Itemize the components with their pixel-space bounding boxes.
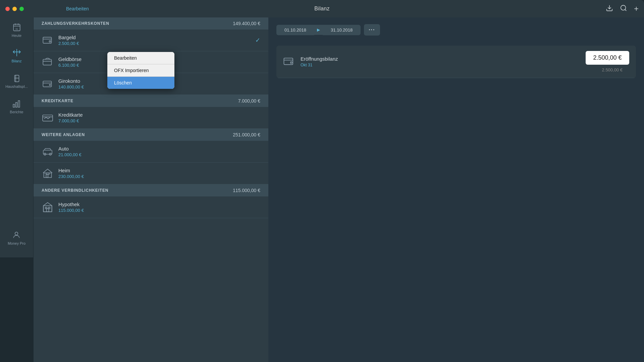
svg-rect-13 bbox=[13, 104, 14, 107]
date-start-button[interactable]: 01.10.2018 bbox=[276, 25, 314, 35]
section-title-zahlungsverkehr: ZAHLUNGSVERKEHRSKONTEN bbox=[42, 21, 109, 26]
sidebar-item-profile[interactable]: Money Pro bbox=[8, 225, 25, 251]
account-balance-bargeld: 2.500,00 € bbox=[58, 41, 255, 46]
account-row-kreditkarte[interactable]: Kreditkarte 7.000,00 € bbox=[34, 107, 268, 129]
svg-text:31: 31 bbox=[15, 27, 18, 31]
sidebar-label-berichte: Berichte bbox=[10, 110, 23, 114]
section-amount-anlagen: 251.000,00 € bbox=[233, 132, 260, 137]
date-range: 01.10.2018 ▶ 31.10.2018 ··· bbox=[276, 24, 458, 36]
minimize-button[interactable] bbox=[12, 7, 17, 11]
transaction-date: Okt 31 bbox=[301, 63, 458, 67]
maximize-button[interactable] bbox=[19, 7, 24, 11]
account-name-hypothek: Hypothek bbox=[58, 201, 260, 207]
wallet2-icon bbox=[42, 56, 54, 68]
svg-point-18 bbox=[49, 41, 51, 42]
date-end-button[interactable]: 31.10.2018 bbox=[323, 25, 361, 35]
sidebar-item-bilanz[interactable]: Bilanz bbox=[0, 43, 33, 68]
building-icon bbox=[42, 201, 54, 213]
car-icon bbox=[42, 145, 54, 158]
sidebar-label-haushalt: Haushaltspl... bbox=[5, 84, 28, 88]
section-title-verbindlichkeiten: ANDERE VERBINDLICHKEITEN bbox=[42, 188, 108, 193]
sidebar-label-app: Money Pro bbox=[8, 241, 25, 245]
page-title: Bilanz bbox=[314, 6, 329, 12]
section-header-kreditkarte: KREDITKARTE 7.000,00 € bbox=[34, 95, 268, 107]
svg-rect-10 bbox=[14, 75, 19, 82]
section-title-kreditkarte: KREDITKARTE bbox=[42, 99, 73, 103]
context-menu-item-bearbeiten[interactable]: Bearbeiten bbox=[107, 52, 174, 64]
sidebar-label-bilanz: Bilanz bbox=[12, 59, 22, 63]
svg-point-16 bbox=[15, 232, 18, 235]
section-title-anlagen: WEITERE ANLAGEN bbox=[42, 132, 85, 137]
section-amount-verbindlichkeiten: 115.000,00 € bbox=[233, 188, 260, 193]
transaction-name: Eröffnungsbilanz bbox=[301, 56, 458, 62]
account-name-heim: Heim bbox=[58, 168, 260, 173]
sidebar-bottom: Money Pro bbox=[8, 225, 25, 257]
context-menu-item-loschen[interactable]: Löschen bbox=[107, 77, 174, 89]
edit-button[interactable]: Bearbeiten bbox=[66, 6, 89, 11]
account-row-heim[interactable]: Heim 230.000,00 € bbox=[34, 163, 268, 184]
svg-rect-28 bbox=[46, 174, 48, 177]
date-more-button[interactable]: ··· bbox=[364, 24, 380, 36]
section-header-zahlungsverkehr: ZAHLUNGSVERKEHRSKONTEN 149.400,00 € bbox=[34, 17, 268, 29]
sidebar-label-heute: Heute bbox=[12, 34, 21, 38]
svg-rect-32 bbox=[47, 209, 49, 212]
account-info-bargeld: Bargeld 2.500,00 € bbox=[58, 35, 255, 46]
sidebar-item-heute[interactable]: 31 Heute bbox=[0, 17, 33, 43]
section-amount-kreditkarte: 7.000,00 € bbox=[238, 98, 260, 104]
svg-rect-19 bbox=[43, 59, 51, 65]
account-balance-auto: 21.000,00 € bbox=[58, 152, 260, 157]
date-arrow-icon: ▶ bbox=[314, 25, 323, 35]
svg-point-21 bbox=[49, 84, 50, 85]
transaction-row[interactable]: Eröffnungsbilanz Okt 31 2.500,00 € 2.500… bbox=[276, 46, 458, 78]
svg-rect-14 bbox=[15, 103, 17, 107]
svg-rect-20 bbox=[43, 81, 51, 87]
house-icon bbox=[42, 167, 54, 179]
transaction-wallet-icon bbox=[283, 56, 295, 68]
svg-rect-24 bbox=[43, 150, 52, 154]
context-menu-item-ofx[interactable]: OFX Importieren bbox=[107, 64, 174, 76]
wallet3-icon bbox=[42, 78, 54, 90]
account-balance-heim: 230.000,00 € bbox=[58, 174, 260, 179]
main-content: ZAHLUNGSVERKEHRSKONTEN 149.400,00 € Barg… bbox=[34, 17, 458, 257]
account-info-auto: Auto 21.000,00 € bbox=[58, 146, 260, 157]
sidebar-item-berichte[interactable]: Berichte bbox=[0, 94, 33, 119]
close-button[interactable] bbox=[5, 7, 10, 11]
account-row-bargeld[interactable]: Bargeld 2.500,00 € ✓ bbox=[34, 29, 268, 51]
window-controls bbox=[0, 7, 29, 11]
check-icon-bargeld: ✓ bbox=[255, 37, 260, 44]
account-row-auto[interactable]: Auto 21.000,00 € bbox=[34, 141, 268, 163]
section-header-verbindlichkeiten: ANDERE VERBINDLICHKEITEN 115.000,00 € bbox=[34, 184, 268, 196]
account-info-hypothek: Hypothek 115.000,00 € bbox=[58, 201, 260, 213]
svg-rect-15 bbox=[18, 101, 19, 107]
account-info-heim: Heim 230.000,00 € bbox=[58, 168, 260, 179]
account-info-kreditkarte: Kreditkarte 7.000,00 € bbox=[58, 112, 260, 123]
card-icon bbox=[42, 112, 54, 124]
section-header-anlagen: WEITERE ANLAGEN 251.000,00 € bbox=[34, 129, 268, 141]
svg-rect-27 bbox=[44, 173, 52, 178]
wallet-icon bbox=[42, 34, 54, 46]
account-name-bargeld: Bargeld bbox=[58, 35, 255, 40]
account-row-hypothek[interactable]: Hypothek 115.000,00 € bbox=[34, 196, 268, 218]
account-balance-kreditkarte: 7.000,00 € bbox=[58, 118, 260, 123]
transaction-card: Eröffnungsbilanz Okt 31 2.500,00 € 2.500… bbox=[276, 46, 458, 78]
section-amount-zahlungsverkehr: 149.400,00 € bbox=[233, 21, 260, 26]
sidebar-item-haushalt[interactable]: Haushaltspl... bbox=[0, 68, 33, 94]
svg-rect-22 bbox=[43, 115, 53, 121]
account-balance-hypothek: 115.000,00 € bbox=[58, 208, 260, 213]
transaction-info: Eröffnungsbilanz Okt 31 bbox=[301, 56, 458, 67]
context-menu: Bearbeiten OFX Importieren Löschen bbox=[107, 52, 174, 89]
titlebar: Bearbeiten Bilanz + bbox=[0, 0, 458, 17]
account-name-kreditkarte: Kreditkarte bbox=[58, 112, 260, 118]
right-panel: 01.10.2018 ▶ 31.10.2018 ··· Eröffnungsbi… bbox=[268, 17, 458, 257]
account-name-auto: Auto bbox=[58, 146, 260, 152]
svg-point-37 bbox=[290, 62, 292, 63]
sidebar: 31 Heute Bilanz Haushaltspl... Berichte bbox=[0, 0, 34, 257]
